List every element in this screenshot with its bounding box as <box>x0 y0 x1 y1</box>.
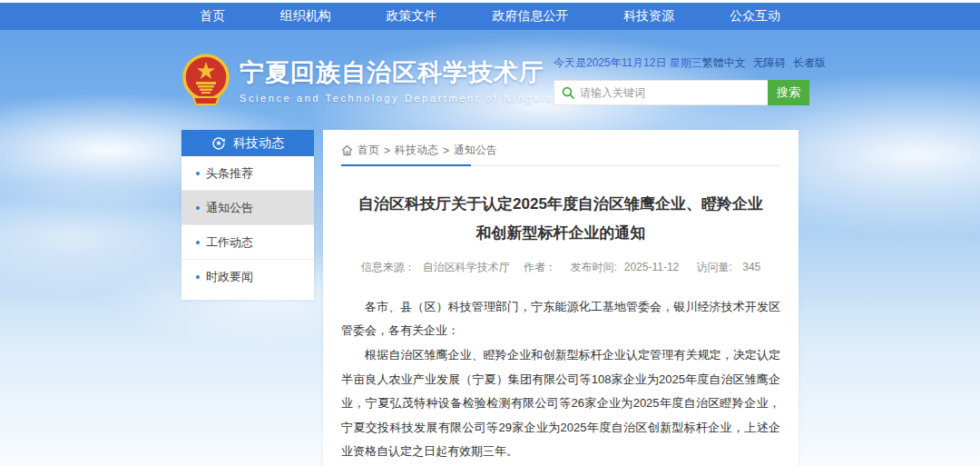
article-paragraph: 各市、县（区）科技管理部门，宁东能源化工基地管委会，银川经济技术开发区管委会，各… <box>341 295 780 343</box>
top-nav: 首页 组织机构 政策文件 政府信息公开 科技资源 公众互动 <box>0 3 980 30</box>
nav-item-resources[interactable]: 科技资源 <box>623 8 674 25</box>
meta-source-value: 自治区科学技术厅 <box>423 261 510 273</box>
current-date: 今天是2025年11月12日 星期三 <box>554 55 702 71</box>
nav-item-policy[interactable]: 政策文件 <box>387 8 437 25</box>
search-box <box>554 80 768 105</box>
article-paragraph: 根据自治区雏鹰企业、瞪羚企业和创新型标杆企业认定管理有关规定，决定认定半亩良人农… <box>341 343 780 464</box>
article-title-line2: 和创新型标杆企业的通知 <box>476 224 646 242</box>
link-accessibility[interactable]: 无障碍 <box>753 55 786 71</box>
breadcrumb-separator: > <box>443 144 449 157</box>
home-icon <box>341 144 353 156</box>
sidebar-header: 科技动态 <box>181 130 314 156</box>
bullet-dot-icon <box>196 275 200 279</box>
meta-author-label: 作者： <box>524 261 556 273</box>
sidebar-item-label: 工作动态 <box>206 234 253 251</box>
sidebar-item-headlines[interactable]: 头条推荐 <box>181 156 314 191</box>
national-emblem-logo <box>181 54 230 106</box>
meta-publish-label: 发布时间: <box>570 261 616 273</box>
nav-item-gov-info[interactable]: 政府信息公开 <box>492 8 568 25</box>
sidebar: 科技动态 头条推荐 通知公告 工作动态 时政要闻 <box>181 130 314 300</box>
sidebar-item-work-trends[interactable]: 工作动态 <box>181 225 314 260</box>
nav-item-organization[interactable]: 组织机构 <box>280 8 331 25</box>
sidebar-item-label: 通知公告 <box>206 200 253 216</box>
sidebar-item-notices[interactable]: 通知公告 <box>181 191 314 225</box>
search-button[interactable]: 搜索 <box>768 80 809 105</box>
main-panel: 首页 > 科技动态 > 通知公告 自治区科技厅关于认定2025年度自治区雏鹰企业… <box>323 130 799 466</box>
article-title: 自治区科技厅关于认定2025年度自治区雏鹰企业、瞪羚企业 和创新型标杆企业的通知 <box>341 190 780 249</box>
bullet-dot-icon <box>196 172 200 175</box>
site-header: 宁夏回族自治区科学技术厅 Science and Technology Depa… <box>0 30 980 130</box>
sidebar-item-label: 头条推荐 <box>206 165 253 182</box>
site-title: 宁夏回族自治区科学技术厅 <box>240 56 554 89</box>
site-subtitle: Science and Technology Department of Nin… <box>240 93 554 104</box>
meta-views-value: 345 <box>742 261 760 273</box>
meta-views-label: 访问量: <box>697 261 732 273</box>
breadcrumb-separator: > <box>384 144 390 157</box>
article-title-line1: 自治区科技厅关于认定2025年度自治区雏鹰企业、瞪羚企业 <box>358 195 763 213</box>
breadcrumb: 首页 > 科技动态 > 通知公告 <box>341 139 780 165</box>
article-meta: 信息来源：自治区科学技术厅 作者： 发布时间:2025-11-12 访问量: 3… <box>341 260 780 275</box>
link-elderly-version[interactable]: 长者版 <box>793 55 826 71</box>
meta-source-label: 信息来源： <box>361 261 416 273</box>
breadcrumb-divider <box>341 165 780 166</box>
meta-publish-date: 2025-11-12 <box>624 261 680 273</box>
nav-item-interaction[interactable]: 公众互动 <box>730 8 780 25</box>
bullet-dot-icon <box>196 206 200 210</box>
article-body: 各市、县（区）科技管理部门，宁东能源化工基地管委会，银川经济技术开发区管委会，各… <box>341 295 780 464</box>
link-traditional-chinese[interactable]: 繁體中文 <box>702 55 746 71</box>
search-input[interactable] <box>580 86 760 99</box>
sidebar-item-label: 时政要闻 <box>206 269 253 285</box>
circled-star-icon <box>211 136 226 151</box>
sidebar-item-politics-news[interactable]: 时政要闻 <box>181 260 314 294</box>
breadcrumb-current: 通知公告 <box>454 143 497 158</box>
sidebar-title: 科技动态 <box>233 135 284 152</box>
breadcrumb-home[interactable]: 首页 <box>358 143 379 158</box>
breadcrumb-section[interactable]: 科技动态 <box>395 143 438 158</box>
nav-item-home[interactable]: 首页 <box>200 8 225 25</box>
search-icon <box>562 86 574 99</box>
bullet-dot-icon <box>196 241 200 244</box>
